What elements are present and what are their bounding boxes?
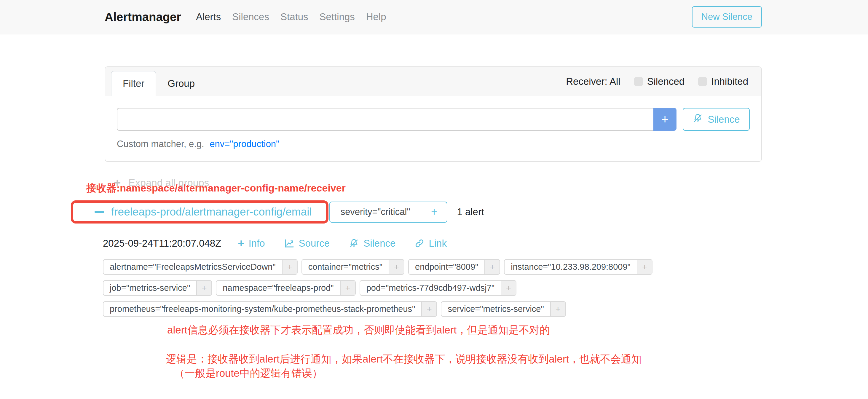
matcher-input[interactable] [117, 108, 653, 131]
label-add-button[interactable]: + [282, 260, 297, 274]
filter-tabs: Filter Group [111, 67, 206, 96]
app-brand[interactable]: Alertmanager [105, 10, 181, 24]
hint-text: Custom matcher, e.g. [117, 139, 204, 149]
tab-group[interactable]: Group [156, 71, 206, 96]
navbar-inner: Alertmanager Alerts Silences Status Sett… [105, 6, 762, 28]
filter-panel: Filter Group Receiver: All Silenced Inhi… [105, 66, 762, 162]
annotation-note-2: 逻辑是：接收器收到alert后进行通知，如果alert不在接收器下，说明接收器没… [166, 352, 642, 366]
group-matcher-add-button[interactable]: + [421, 202, 447, 222]
label-chip: endpoint="8009" + [408, 259, 500, 275]
alert-group-row: freeleaps-prod/alertmanager-config/email… [71, 201, 868, 223]
nav-item-status[interactable]: Status [280, 11, 308, 23]
link-label: Link [429, 238, 447, 249]
collapse-minus-icon [95, 211, 104, 213]
label-value[interactable]: container="metrics" [302, 260, 389, 274]
label-value[interactable]: endpoint="8009" [409, 260, 485, 274]
silence-action-label: Silence [364, 238, 396, 249]
filter-panel-body: + Silence Custom matcher, e.g. env="prod… [105, 96, 761, 161]
label-chip: job="metrics-service" + [103, 280, 212, 296]
label-value[interactable]: instance="10.233.98.209:8009" [504, 260, 637, 274]
label-add-button[interactable]: + [550, 302, 565, 316]
silence-alert-link[interactable]: Silence [349, 238, 396, 249]
label-value[interactable]: namespace="freeleaps-prod" [216, 281, 340, 295]
nav-item-help[interactable]: Help [366, 11, 386, 23]
info-button[interactable]: + Info [238, 238, 265, 249]
label-value[interactable]: alertname="FreeleapsMetricsServiceDown" [103, 260, 282, 274]
nav-item-settings[interactable]: Settings [319, 11, 355, 23]
silenced-checkbox[interactable] [634, 77, 643, 86]
add-matcher-button[interactable]: + [653, 108, 677, 131]
nav-item-silences[interactable]: Silences [232, 11, 269, 23]
label-add-button[interactable]: + [196, 281, 211, 295]
silenced-label: Silenced [647, 76, 685, 87]
silence-button-label: Silence [708, 114, 740, 125]
label-value[interactable]: job="metrics-service" [103, 281, 196, 295]
label-add-button[interactable]: + [340, 281, 355, 295]
label-add-button[interactable]: + [389, 260, 404, 274]
label-add-button[interactable]: + [501, 281, 516, 295]
label-chip: prometheus="freeleaps-monitoring-system/… [103, 301, 437, 317]
filter-header-controls: Receiver: All Silenced Inhibited [566, 67, 748, 96]
label-row: prometheus="freeleaps-monitoring-system/… [103, 301, 868, 317]
bell-slash-icon [349, 238, 359, 249]
external-link[interactable]: Link [414, 238, 447, 249]
plus-icon: + [238, 238, 244, 249]
label-value[interactable]: prometheus="freeleaps-monitoring-system/… [103, 302, 421, 316]
alert-meta-row: 2025-09-24T11:20:07.048Z + Info Source S… [103, 238, 868, 249]
info-label: Info [249, 238, 265, 249]
alert-labels: alertname="FreeleapsMetricsServiceDown" … [103, 259, 868, 317]
label-add-button[interactable]: + [485, 260, 499, 274]
nav-links: Alerts Silences Status Settings Help [196, 11, 398, 23]
label-row: job="metrics-service" + namespace="freel… [103, 280, 868, 296]
label-chip: instance="10.233.98.209:8009" + [504, 259, 652, 275]
link-chain-icon [414, 238, 425, 248]
filter-panel-header: Filter Group Receiver: All Silenced Inhi… [105, 67, 761, 96]
annotation-receiver-note: 接收器:namespace/altermanager-config-name/r… [86, 181, 346, 195]
new-silence-button[interactable]: New Silence [692, 6, 762, 28]
inhibited-checkbox[interactable] [698, 77, 707, 86]
annotation-note-1: alert信息必须在接收器下才表示配置成功，否则即使能看到alert，但是通知是… [167, 323, 550, 337]
matcher-input-row: + Silence [117, 108, 750, 131]
source-link[interactable]: Source [284, 238, 330, 249]
receiver-dropdown[interactable]: Receiver: All [566, 76, 620, 87]
bell-slash-icon [692, 113, 703, 126]
annotation-note-3: （一般是route中的逻辑有错误） [174, 366, 322, 380]
receiver-group-label: freeleaps-prod/alertmanager-config/email [111, 206, 312, 218]
silenced-toggle[interactable]: Silenced [634, 76, 685, 87]
chart-line-icon [284, 238, 295, 249]
receiver-group-toggle[interactable]: freeleaps-prod/alertmanager-config/email [95, 206, 312, 218]
label-add-button[interactable]: + [421, 302, 436, 316]
top-navbar: Alertmanager Alerts Silences Status Sett… [0, 0, 868, 34]
label-chip: container="metrics" + [302, 259, 404, 275]
label-row: alertname="FreeleapsMetricsServiceDown" … [103, 259, 868, 275]
label-value[interactable]: pod="metrics-77d9cdb497-wdsj7" [360, 281, 501, 295]
label-chip: alertname="FreeleapsMetricsServiceDown" … [103, 259, 298, 275]
tab-filter[interactable]: Filter [111, 71, 156, 96]
annotation-highlight-box: freeleaps-prod/alertmanager-config/email [71, 201, 329, 223]
group-matcher-label[interactable]: severity="critical" [330, 202, 421, 222]
label-value[interactable]: service="metrics-service" [441, 302, 550, 316]
label-add-button[interactable]: + [637, 260, 652, 274]
matcher-hint: Custom matcher, e.g. env="production" [117, 139, 750, 149]
silence-button[interactable]: Silence [683, 108, 750, 131]
label-chip: service="metrics-service" + [441, 301, 566, 317]
alert-timestamp: 2025-09-24T11:20:07.048Z [103, 238, 221, 249]
hint-example-link[interactable]: env="production" [210, 139, 279, 149]
alert-count: 1 alert [457, 206, 484, 218]
label-chip: namespace="freeleaps-prod" + [216, 280, 355, 296]
nav-item-alerts[interactable]: Alerts [196, 11, 221, 23]
inhibited-toggle[interactable]: Inhibited [698, 76, 748, 87]
source-label: Source [299, 238, 330, 249]
inhibited-label: Inhibited [711, 76, 748, 87]
label-chip: pod="metrics-77d9cdb497-wdsj7" + [360, 280, 517, 296]
group-matcher-chip: severity="critical" + [329, 202, 447, 223]
